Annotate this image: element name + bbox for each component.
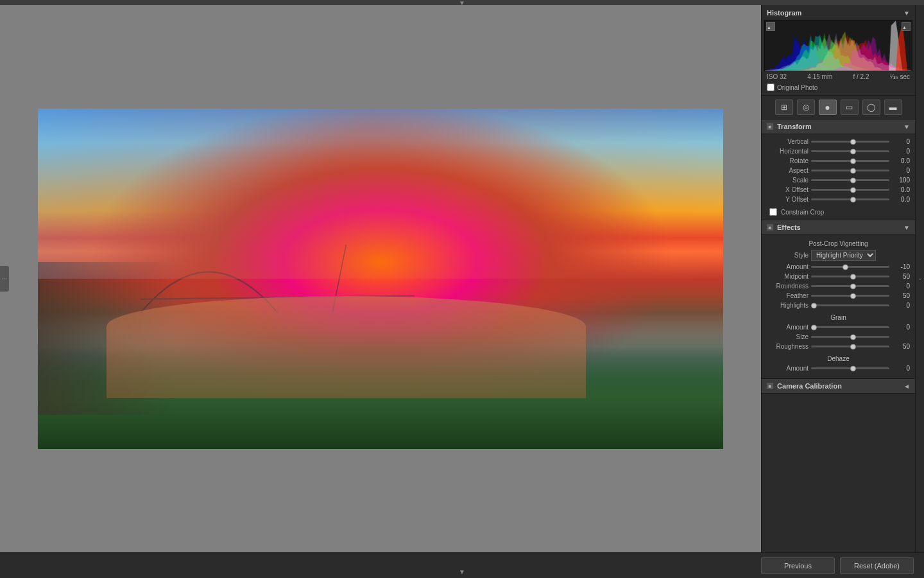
style-select[interactable]: Highlight Priority Color Priority Paint … [811, 250, 876, 261]
slider-thumb[interactable] [850, 334, 856, 340]
slider-value-midpoint: 50 [892, 273, 910, 280]
effects-title: Effects [777, 223, 801, 231]
slider-thumb[interactable] [850, 177, 856, 183]
dehaze-sliders-rows: Amount0 [767, 365, 910, 372]
survey-view-btn[interactable]: ▭ [841, 100, 859, 115]
slider-track-scale[interactable] [811, 179, 889, 181]
slider-row-highlights: Highlights0 [767, 302, 910, 309]
slider-value-rotate: 0.0 [892, 157, 910, 164]
slider-value-aspect: 0 [892, 167, 910, 174]
slider-label-midpoint: Midpoint [767, 273, 809, 280]
slider-thumb[interactable] [850, 274, 856, 279]
slider-thumb[interactable] [850, 158, 856, 164]
slider-thumb[interactable] [850, 168, 856, 173]
histogram-header: Histogram ▼ [764, 8, 912, 18]
slider-row-roundness: Roundness0 [767, 283, 910, 290]
slider-track-midpoint[interactable] [811, 276, 889, 277]
histogram-highlight-clipping[interactable]: ▲ [902, 22, 911, 31]
compare-view-btn[interactable]: ● [819, 100, 837, 115]
reset-button[interactable]: Reset (Adobe) [840, 557, 914, 574]
calibration-collapse-btn[interactable]: ■ [767, 383, 773, 389]
slider-row-scale: Scale100 [767, 177, 910, 184]
slider-value-roundness: 0 [892, 283, 910, 290]
transform-sliders: Vertical0Horizontal0Rotate0.0Aspect0Scal… [762, 134, 915, 220]
slider-track-roundness[interactable] [811, 285, 889, 287]
style-label: Style [767, 252, 809, 259]
right-panel-toggle[interactable]: › [915, 5, 924, 552]
transform-title: Transform [777, 123, 812, 130]
slider-thumb[interactable] [850, 365, 856, 371]
slider-thumb[interactable] [850, 139, 856, 144]
slider-thumb[interactable] [850, 148, 856, 154]
slider-track-feather[interactable] [811, 295, 889, 297]
slider-thumb[interactable] [850, 344, 856, 349]
slider-label-roughness: Roughness [767, 343, 809, 350]
slider-row-roughness: Roughness50 [767, 343, 910, 350]
histogram-canvas: ▲ ▲ [764, 20, 912, 71]
slider-track-rotate[interactable] [811, 160, 889, 162]
slider-track-roughness[interactable] [811, 346, 889, 347]
slider-track-amount[interactable] [811, 266, 889, 268]
slider-track-size[interactable] [811, 336, 889, 338]
slider-thumb[interactable] [850, 293, 856, 299]
previous-button[interactable]: Previous [761, 557, 835, 574]
slider-value-roughness: 50 [892, 343, 910, 350]
slider-label-highlights: Highlights [767, 302, 809, 309]
slider-label-scale: Scale [767, 177, 809, 184]
transform-collapse-btn[interactable]: ■ [767, 123, 773, 130]
effects-menu-btn[interactable]: ▼ [903, 224, 910, 231]
slider-row-x-offset: X Offset0.0 [767, 186, 910, 193]
photo-area: ⋮ [0, 5, 761, 552]
effects-collapse-btn[interactable]: ■ [767, 224, 773, 231]
effects-header[interactable]: ■ Effects ▼ [762, 220, 915, 235]
histogram-shadow-clipping[interactable]: ▲ [766, 22, 775, 31]
slider-track-highlights[interactable] [811, 304, 889, 306]
survey-view-icon: ▭ [846, 103, 853, 112]
slider-track-horizontal[interactable] [811, 150, 889, 152]
people-view-icon: ◯ [867, 103, 875, 112]
slider-thumb[interactable] [843, 264, 848, 270]
loupe-view-icon: ◎ [803, 103, 809, 112]
slideshow-view-btn[interactable]: ▬ [884, 100, 902, 115]
slider-track-amount[interactable] [811, 326, 889, 328]
slider-label-x-offset: X Offset [767, 186, 809, 193]
slider-track-amount[interactable] [811, 367, 889, 369]
slider-track-x-offset[interactable] [811, 189, 889, 191]
transform-menu-btn[interactable]: ▼ [903, 123, 910, 130]
histogram-iso: ISO 32 [767, 73, 787, 80]
original-photo-checkbox[interactable] [767, 83, 774, 91]
photo-container [38, 109, 723, 449]
slider-thumb[interactable] [850, 283, 856, 289]
histogram-focal: 4.15 mm [807, 73, 832, 80]
grid-view-btn[interactable]: ⊞ [775, 100, 793, 115]
slider-thumb[interactable] [850, 187, 856, 193]
histogram-menu-btn[interactable]: ▼ [903, 10, 910, 17]
slider-value-scale: 100 [892, 177, 910, 184]
histogram-info: ISO 32 4.15 mm f / 2.2 ¹⁄₃₅ sec [764, 71, 912, 82]
slider-row-amount: Amount-10 [767, 263, 910, 270]
histogram-title: Histogram [767, 9, 801, 17]
effects-sliders: Post-Crop Vignetting Style Highlight Pri… [762, 235, 915, 379]
histogram-section: Histogram ▼ ▲ ▲ ISO 32 4.15 mm f / 2.2 ¹… [762, 5, 915, 96]
slider-row-amount: Amount0 [767, 365, 910, 372]
calibration-arrow-icon[interactable]: ◄ [903, 383, 910, 390]
slider-thumb[interactable] [850, 197, 856, 202]
calibration-header[interactable]: ■ Camera Calibration ◄ [762, 379, 915, 394]
left-panel-toggle[interactable]: ⋮ [0, 266, 9, 292]
slider-label-y-offset: Y Offset [767, 196, 809, 203]
slider-track-vertical[interactable] [811, 141, 889, 143]
slider-thumb[interactable] [811, 324, 817, 330]
transform-header[interactable]: ■ Transform ▼ [762, 119, 915, 134]
people-view-btn[interactable]: ◯ [862, 100, 880, 115]
slider-label-horizontal: Horizontal [767, 148, 809, 155]
slider-thumb[interactable] [811, 302, 817, 308]
slider-row-feather: Feather50 [767, 292, 910, 299]
slider-label-amount: Amount [767, 365, 809, 372]
slider-track-aspect[interactable] [811, 170, 889, 171]
main-area: ⋮ [0, 5, 924, 552]
slider-track-y-offset[interactable] [811, 198, 889, 200]
histogram-aperture: f / 2.2 [853, 73, 869, 80]
slider-label-amount: Amount [767, 263, 809, 270]
constrain-crop-checkbox[interactable] [769, 208, 777, 216]
loupe-view-btn[interactable]: ◎ [797, 100, 815, 115]
